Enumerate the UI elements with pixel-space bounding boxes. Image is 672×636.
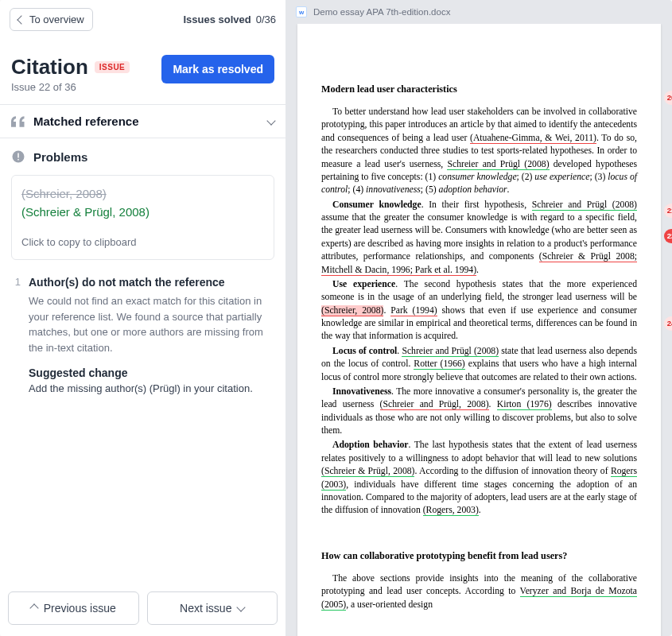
warning-icon (11, 149, 25, 164)
next-label: Next issue (180, 602, 231, 615)
problems-header: Problems (0, 138, 286, 175)
problem-description: We could not find an exact match for thi… (29, 293, 274, 355)
issue-bubble-24[interactable]: 24 (664, 316, 672, 331)
section-heading-2: How can collaborative prototyping benefi… (321, 549, 637, 563)
issue-position: Issue 22 of 36 (11, 81, 130, 93)
matched-reference-section[interactable]: Matched reference (0, 104, 286, 138)
paragraph: Consumer knowledge. In their first hypot… (321, 199, 637, 277)
svg-rect-1 (17, 153, 19, 158)
app-root: To overview Issues solved0/36 Citation I… (0, 0, 672, 636)
citation-original: (Schreier, 2008) (21, 187, 264, 200)
issue-bubble-20[interactable]: 20 (664, 91, 672, 105)
chevron-left-icon (17, 15, 25, 24)
document-panel: w Demo essay APA 7th-edition.docx 20 21 … (286, 0, 672, 636)
citation-link[interactable]: (Rogers, 2003) (423, 505, 479, 516)
suggested-change-label: Suggested change (29, 366, 274, 379)
problem-title: Author(s) do not match the reference (29, 276, 274, 289)
issue-badge: ISSUE (95, 61, 130, 73)
citation-link[interactable]: Rotter (1966) (414, 359, 464, 370)
paragraph: Adoption behavior. The last hypothesis s… (321, 439, 637, 517)
citation-link[interactable]: (Schreier & Prügl, 2008) (321, 466, 414, 477)
paragraph: To better understand how lead user stake… (321, 106, 637, 197)
citation-link[interactable]: Schreier and Prügl (2008) (532, 200, 637, 211)
document-header: w Demo essay APA 7th-edition.docx (286, 0, 672, 24)
copy-hint: Click to copy to clipboard (21, 236, 264, 248)
citation-link[interactable]: Park (1994) (390, 305, 437, 316)
paragraph: Locus of control. Schreier and Prügl (20… (321, 345, 637, 384)
citation-correction-box[interactable]: (Schreier, 2008) (Schreier & Prügl, 2008… (11, 175, 274, 260)
document-page: 20 21 22 23 24 Modern lead user characte… (297, 24, 661, 636)
suggested-change-text: Add the missing author(s) (Prügl) in you… (29, 382, 274, 394)
prev-label: Previous issue (44, 602, 116, 615)
issue-bubble-22[interactable]: 22 (664, 229, 672, 243)
title-block: Citation ISSUE Issue 22 of 36 (11, 55, 130, 93)
sidebar-header: To overview Issues solved0/36 (0, 0, 286, 39)
problem-body: Author(s) do not match the reference We … (29, 276, 274, 394)
citation-link[interactable]: Schreier and Prügl (2008) (447, 159, 549, 170)
problems-label: Problems (33, 150, 87, 164)
citation-link[interactable]: Kirton (1976) (497, 399, 552, 410)
issue-bubble-21[interactable]: 21 (664, 204, 672, 218)
chevron-down-icon (266, 116, 275, 125)
matched-reference-label: Matched reference (33, 114, 260, 128)
chevron-down-icon (237, 603, 246, 611)
document-scroll[interactable]: 20 21 22 23 24 Modern lead user characte… (286, 24, 672, 636)
problem-number: 1 (11, 276, 21, 394)
document-filename: Demo essay APA 7th-edition.docx (313, 7, 450, 17)
next-issue-button[interactable]: Next issue (147, 591, 278, 625)
citation-selected[interactable]: (Schreier, 2008) (321, 305, 383, 316)
section-heading-1: Modern lead user characteristics (321, 83, 637, 96)
citation-link[interactable]: Schreier and Prügl (2008) (402, 346, 499, 357)
nav-footer: Previous issue Next issue (0, 580, 286, 636)
citation-link[interactable]: (Schreier and Prügl, 2008) (380, 399, 489, 410)
citation-corrected: (Schreier & Prügl, 2008) (21, 205, 264, 219)
svg-rect-2 (17, 159, 19, 161)
citation-link[interactable]: (Atuahene-Gimma, & Wei, 2011) (470, 133, 596, 144)
issue-title-row: Citation ISSUE Issue 22 of 36 Mark as re… (0, 39, 286, 104)
paragraph: The above sections provide insights into… (321, 572, 637, 611)
chevron-left-icon (29, 603, 38, 612)
sidebar: To overview Issues solved0/36 Citation I… (0, 0, 286, 636)
mark-resolved-button[interactable]: Mark as resolved (161, 55, 274, 83)
previous-issue-button[interactable]: Previous issue (8, 591, 139, 625)
issues-solved-counter: Issues solved0/36 (183, 14, 276, 25)
back-label: To overview (29, 14, 84, 25)
quote-icon (11, 116, 25, 127)
back-to-overview-button[interactable]: To overview (10, 8, 93, 31)
issue-title: Citation ISSUE (11, 55, 130, 80)
paragraph: Innovativeness. The more innovative a co… (321, 386, 637, 438)
docx-icon: w (296, 6, 307, 17)
problem-item: 1 Author(s) do not match the reference W… (0, 268, 286, 402)
paragraph: Use experience. The second hypothesis st… (321, 278, 637, 343)
